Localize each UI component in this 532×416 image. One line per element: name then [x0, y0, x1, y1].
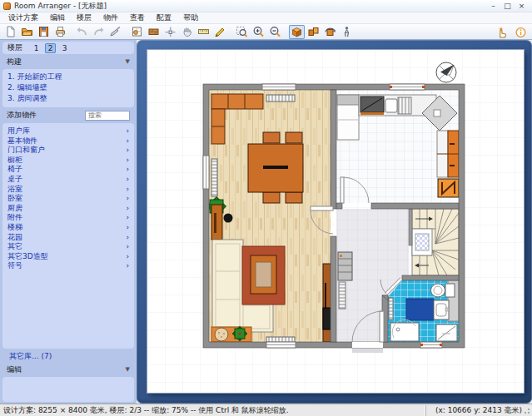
category-item[interactable]: 厨房 › — [7, 204, 129, 214]
shower-tray[interactable] — [390, 319, 419, 341]
build-step-link[interactable]: 3. 房间调整 — [7, 93, 129, 104]
right-cabinets[interactable] — [437, 131, 459, 177]
rotate-3d-icon — [324, 26, 336, 37]
hall-shelf[interactable] — [338, 252, 352, 280]
category-item[interactable]: 楼梯 › — [7, 223, 129, 233]
boiler[interactable] — [436, 324, 457, 341]
pointer-mode-button[interactable] — [494, 25, 510, 39]
bookshelf[interactable] — [211, 205, 222, 240]
category-item[interactable]: 门口和窗户 › — [7, 146, 129, 156]
about-icon — [515, 27, 527, 38]
menu-item[interactable]: 查看 — [124, 12, 151, 23]
chevron-right-icon: › — [126, 233, 129, 243]
grab-icon — [181, 26, 193, 37]
category-item[interactable]: 其它 › — [7, 242, 129, 252]
floors-label: 楼层 — [7, 42, 22, 53]
kitchen-chair[interactable] — [438, 179, 459, 197]
about-button[interactable] — [513, 25, 529, 39]
menu-item[interactable]: 配置 — [151, 12, 177, 23]
other-libraries-link[interactable]: 其它库... (7) — [9, 351, 52, 362]
close-button[interactable]: × — [515, 2, 529, 10]
redo-button[interactable] — [91, 25, 107, 39]
collapse-arrow-icon[interactable]: ▼ — [126, 366, 130, 373]
category-item[interactable]: 卧室 › — [7, 194, 129, 204]
build-step-link[interactable]: 2. 编辑墙壁 — [7, 82, 129, 93]
menu-item[interactable]: 帮助 — [177, 12, 204, 23]
category-item[interactable]: 花园 › — [7, 233, 129, 243]
status-bar: 设计方案: 8255 × 8400 毫米, 楼层: 2/3 -- 缩放: 75%… — [0, 404, 532, 416]
walkthrough-button[interactable] — [339, 25, 355, 39]
radiator-left[interactable] — [211, 159, 217, 196]
edit-walls-button[interactable] — [146, 25, 162, 39]
paint-brush-button[interactable] — [107, 25, 123, 39]
chevron-right-icon: › — [126, 126, 129, 136]
plan-page[interactable] — [147, 50, 524, 393]
toilet[interactable] — [431, 284, 455, 297]
build-step-link[interactable]: 1. 开始新的工程 — [7, 72, 129, 82]
build-header-label: 构建 — [7, 57, 22, 67]
category-item[interactable]: 其它3D造型 › — [7, 252, 129, 262]
floor-button-2[interactable]: 2 — [45, 43, 56, 53]
room-wizard-button[interactable] — [129, 25, 145, 39]
rotate-3d-button[interactable] — [322, 25, 338, 39]
category-item[interactable]: 基本物件 › — [7, 136, 129, 146]
zoom-out-button[interactable] — [267, 25, 283, 39]
drawing-canvas[interactable] — [137, 40, 532, 404]
menu-item[interactable]: 编辑 — [44, 12, 71, 23]
bath-sink[interactable] — [434, 300, 449, 319]
maximize-button[interactable]: □ — [500, 2, 515, 10]
side-table-rug[interactable] — [211, 327, 251, 342]
print-button[interactable] — [52, 25, 68, 39]
new-document-button[interactable] — [2, 25, 18, 39]
fireplace-rug[interactable] — [242, 246, 285, 305]
edit-panel — [2, 377, 134, 402]
undo-button[interactable] — [74, 25, 90, 39]
open-button[interactable] — [19, 25, 35, 39]
zoom-in-button[interactable] — [251, 25, 266, 39]
resize-grip[interactable] — [524, 408, 530, 414]
zoom-out-icon — [269, 26, 281, 37]
other-libraries-row: 其它库... (7) — [2, 350, 134, 362]
save-button[interactable] — [36, 25, 52, 39]
floor-button-1[interactable]: 1 — [31, 43, 42, 53]
floor-plan[interactable] — [147, 50, 524, 393]
view-3d-button[interactable] — [289, 25, 305, 39]
category-item[interactable]: 橱柜 › — [7, 156, 129, 166]
minimize-button[interactable]: – — [486, 2, 500, 10]
furniture-3d-button[interactable] — [306, 25, 321, 39]
floor-button-3[interactable]: 3 — [59, 43, 70, 53]
menu-item[interactable]: 物件 — [97, 12, 124, 23]
menu-bar: 设计方案编辑楼层物件查看配置帮助 — [0, 12, 532, 24]
build-section-header[interactable]: 构建 ▼ — [2, 56, 134, 67]
bath-radiator[interactable] — [389, 298, 393, 319]
category-item[interactable]: 浴室 › — [7, 185, 129, 195]
measure-tape-button[interactable] — [196, 25, 211, 39]
menu-item[interactable]: 设计方案 — [2, 12, 44, 23]
measure-tape-icon — [197, 26, 210, 37]
staircase[interactable] — [409, 209, 459, 275]
tall-cabinet[interactable] — [337, 95, 359, 140]
category-item[interactable]: 桌子 › — [7, 175, 129, 185]
chevron-right-icon: › — [126, 175, 129, 185]
black-pot[interactable] — [224, 214, 233, 223]
category-item[interactable]: 附件 › — [7, 213, 129, 223]
move-object-icon — [164, 26, 177, 37]
category-item[interactable]: 用户库 › — [7, 126, 129, 136]
move-object-button[interactable] — [162, 25, 178, 39]
toolbar — [0, 24, 532, 40]
category-label: 花园 — [7, 233, 22, 243]
grab-button[interactable] — [179, 25, 195, 39]
draw-tools-button[interactable] — [212, 25, 228, 39]
bath-rug[interactable] — [406, 299, 434, 320]
hall-radiator[interactable] — [339, 282, 346, 309]
edit-header-label: 编辑 — [7, 364, 22, 375]
search-input[interactable] — [85, 111, 130, 121]
radiator-top[interactable] — [266, 95, 295, 102]
category-item[interactable]: 椅子 › — [7, 165, 129, 175]
category-item[interactable]: 符号 › — [7, 261, 129, 271]
category-label: 附件 — [7, 213, 22, 223]
edit-section-header[interactable]: 编辑 ▼ — [2, 364, 134, 375]
menu-item[interactable]: 楼层 — [71, 12, 97, 23]
zoom-selection-button[interactable] — [234, 25, 250, 39]
collapse-arrow-icon[interactable]: ▼ — [126, 58, 130, 65]
